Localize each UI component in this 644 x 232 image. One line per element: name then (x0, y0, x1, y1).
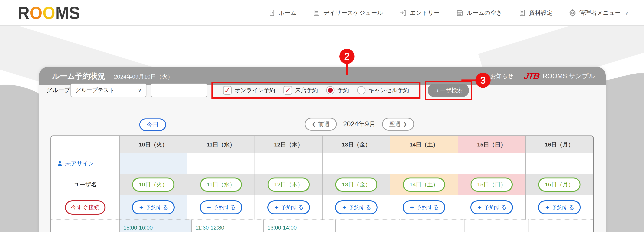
reservation-time: 13:00-14:00 (268, 224, 297, 231)
plus-icon: ＋ (476, 203, 482, 211)
day-pill-button[interactable]: 16日（月） (538, 177, 580, 192)
day-header-saturday: 14日（土） (390, 136, 458, 153)
reserve-button[interactable]: ＋予約する (335, 200, 378, 214)
calendar-cell[interactable] (119, 153, 187, 174)
day-header: 13日（金） (322, 136, 390, 153)
calendar-cell[interactable] (322, 153, 390, 174)
calendar-cell: ＋予約する (119, 195, 187, 219)
reserve-label: 予約する (145, 204, 168, 211)
nav-item-entry[interactable]: エントリー (399, 9, 440, 17)
search-input[interactable] (150, 83, 207, 97)
chevron-down-icon: ∨ (625, 10, 628, 16)
nav-item-room-availability[interactable]: ルームの空き (456, 9, 502, 17)
reserve-button[interactable]: ＋予約する (268, 200, 310, 214)
calendar-cell[interactable] (458, 153, 525, 174)
day-pill-button[interactable]: 10日（火） (132, 177, 174, 192)
nav-item-admin-menu[interactable]: 管理者メニュー ∨ (569, 9, 628, 17)
chevron-right-icon: ❯ (403, 121, 407, 127)
tenant-brand: JTB ROOMS サンプル (524, 71, 595, 81)
day-pill-button[interactable]: 13日（金） (335, 177, 377, 192)
calendar-cell: ＋予約する (458, 195, 525, 219)
week-navigation: ❮ 前週 2024年9月 翌週 ❯ (301, 118, 418, 131)
calendar-cell-sunday: 15日（日） (458, 174, 525, 195)
top-nav-bar: ROOMS ホーム デイリースケジュール エントリー ルームの空き 資料設定 (0, 1, 644, 26)
reserve-button[interactable]: ＋予約する (470, 200, 513, 214)
radio-cancel-reservation[interactable]: キャンセル予約 (357, 86, 409, 94)
calendar-cell: ＋予約する (525, 195, 593, 219)
reserve-button[interactable]: ＋予約する (200, 200, 242, 214)
today-button[interactable]: 今日 (139, 118, 166, 131)
logo-letter: M (55, 3, 69, 23)
calendar-cell: ＋予約する (254, 195, 322, 219)
filter-row: グループ グループテスト ∨ ✓ オンライン予約 ✓ 来店予約 (46, 82, 472, 99)
reserve-label: 予約する (281, 204, 304, 211)
calendar-cell[interactable] (525, 153, 593, 174)
next-week-label: 翌週 (389, 120, 400, 128)
calendar-cell[interactable] (254, 153, 322, 174)
checkbox-label: 来店予約 (295, 87, 318, 94)
group-select[interactable]: グループテスト ∨ (70, 83, 146, 97)
calendar-cell[interactable] (335, 219, 400, 232)
calendar-cell: ＋予約する (322, 195, 390, 219)
logo-letter: O (30, 3, 42, 23)
document-icon (518, 9, 526, 17)
day-pill-button[interactable]: 12日（木） (268, 177, 310, 192)
plus-icon: ＋ (409, 203, 415, 211)
current-date: 2024年09月10日（火） (114, 73, 173, 81)
calendar-header-row: 10日（火） 11日（水） 12日（木） 13日（金） 14日（土） 15日（日… (51, 136, 593, 153)
nav-item-label: デイリースケジュール (323, 9, 383, 17)
checkbox-visit-reservation[interactable]: ✓ 来店予約 (284, 86, 318, 95)
annotation-connector-3 (462, 80, 476, 81)
reserve-button[interactable]: ＋予約する (538, 200, 580, 214)
checkbox-icon: ✓ (223, 86, 232, 95)
background-decoration: ルーム予約状況 2024年09月10日（火） お知らせ JTB ROOMS サン… (0, 26, 644, 232)
logo-letter: S (69, 3, 80, 23)
connect-now-button[interactable]: 今すぐ接続 (65, 200, 105, 214)
nav-item-label: 管理者メニュー (579, 9, 621, 17)
checkbox-online-reservation[interactable]: ✓ オンライン予約 (223, 86, 275, 95)
day-pill-button[interactable]: 14日（土） (403, 177, 445, 192)
person-icon (56, 160, 63, 167)
reservation-cell: 15:00-16:00 サンプル_オンライン予約 (119, 219, 191, 232)
plus-icon: ＋ (138, 203, 144, 211)
annotation-connector-2 (346, 63, 348, 75)
nav-item-daily-schedule[interactable]: デイリースケジュール (313, 9, 383, 17)
user-search-button[interactable]: ユーザ検索 (428, 84, 469, 97)
user-name-label: ユーザ名 (74, 181, 96, 188)
calendar-cell: 16日（月） (525, 174, 593, 195)
reserve-button[interactable]: ＋予約する (132, 200, 174, 214)
calendar-cell[interactable] (187, 153, 254, 174)
radio-label: キャンセル予約 (368, 87, 409, 94)
next-week-button[interactable]: 翌週 ❯ (382, 118, 414, 131)
plus-icon: ＋ (544, 203, 550, 211)
day-header: 10日（火） (119, 136, 187, 153)
main-nav: ホーム デイリースケジュール エントリー ルームの空き 資料設定 管理者メニュー (268, 9, 628, 17)
schedule-list-icon (313, 9, 320, 17)
calendar-cell[interactable] (390, 153, 458, 174)
plus-icon: ＋ (341, 203, 347, 211)
annotation-badge-3: 3 (476, 73, 490, 88)
day-pill-button[interactable]: 11日（水） (200, 177, 242, 192)
radio-label: 予約 (338, 87, 349, 94)
calendar-cell: 13日（金） (322, 174, 390, 195)
prev-week-button[interactable]: ❮ 前週 (304, 118, 337, 131)
calendar-cell[interactable] (464, 219, 528, 232)
reserve-button[interactable]: ＋予約する (403, 200, 445, 214)
radio-dot (328, 88, 333, 93)
nav-item-home[interactable]: ホーム (268, 9, 296, 17)
nav-item-label: ホーム (279, 9, 296, 17)
radio-reservation[interactable]: 予約 (326, 86, 349, 94)
nav-item-label: エントリー (410, 9, 440, 17)
unassigned-row: 未アサイン (51, 153, 593, 174)
nav-item-document-settings[interactable]: 資料設定 (518, 9, 552, 17)
unassigned-link[interactable]: 未アサイン (56, 160, 94, 167)
calendar-cell[interactable] (400, 219, 464, 232)
calendar-cell: ＋予約する (390, 195, 458, 219)
current-month: 2024年9月 (343, 120, 376, 129)
sign-in-icon (399, 9, 407, 17)
member-row: ROOMS サンプル 15:00-16:00 サンプル_オンライン予約 11:3… (51, 219, 593, 232)
day-pill-button[interactable]: 15日（日） (470, 177, 513, 192)
check-icon: ✓ (224, 87, 230, 94)
annotation-box-filters: ✓ オンライン予約 ✓ 来店予約 予約 キャンセル予約 (212, 82, 420, 99)
calendar-cell[interactable] (528, 219, 593, 232)
